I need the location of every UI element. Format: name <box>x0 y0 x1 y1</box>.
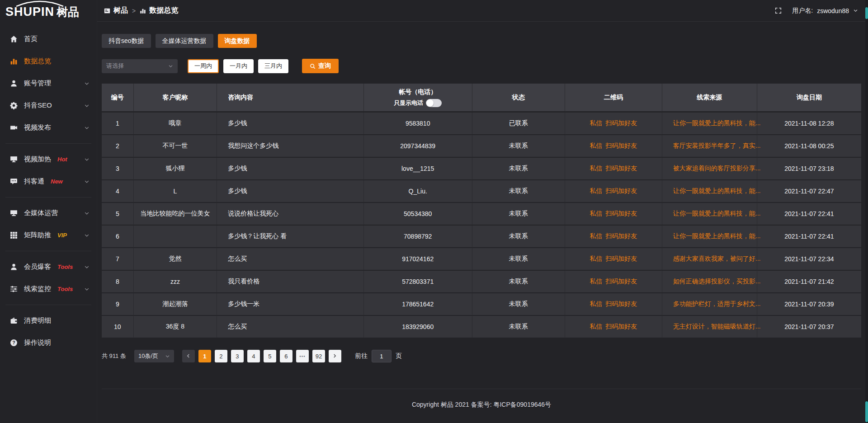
status-badge: 未联系 <box>472 180 565 203</box>
sidebar-item-operation-guide[interactable]: ?操作说明 <box>0 332 97 354</box>
inquiry-content: 多少钱 <box>217 180 363 203</box>
page-button-2[interactable]: 2 <box>215 350 227 362</box>
inquiry-date: 2021-11-08 00:25 <box>757 135 861 158</box>
page-button-3[interactable]: 3 <box>231 350 244 362</box>
table-row: 7觉然怎么买917024162未联系私信扫码加好友感谢大家喜欢我家，被问了好..… <box>102 248 861 271</box>
table-row: 2不可一世我想问这个多少钱2097344839未联系私信扫码加好友客厅安装投影半… <box>102 135 861 158</box>
private-message-link[interactable]: 私信 <box>590 232 602 240</box>
scrollbar[interactable] <box>865 0 868 423</box>
svg-text:?: ? <box>12 340 15 345</box>
private-message-link[interactable]: 私信 <box>590 187 602 194</box>
content: 抖音seo数据全媒体运营数据询盘数据 请选择 一周内一月内三月内 查询 <box>97 22 868 423</box>
scan-add-friend-link[interactable]: 扫码加好友 <box>605 142 637 149</box>
phone-only-toggle[interactable] <box>426 99 442 107</box>
private-message-link[interactable]: 私信 <box>590 255 602 262</box>
sidebar-item-consumption-detail[interactable]: 消费明细 <box>0 310 97 332</box>
sidebar-item-label: 视频加热 <box>24 155 51 164</box>
username[interactable]: zswodun88 <box>817 7 849 14</box>
clue-source-link[interactable]: 让你一眼就爱上的黑科技，能... <box>673 187 761 194</box>
clue-source-link[interactable]: 多功能护栏灯，适用于乡村文... <box>673 300 761 307</box>
user-menu-chevron-icon[interactable] <box>853 8 858 13</box>
fullscreen-icon[interactable] <box>775 7 782 14</box>
scan-add-friend-link[interactable]: 扫码加好友 <box>605 210 637 217</box>
sidebar-item-douyin-seo[interactable]: 抖音SEO <box>0 94 97 117</box>
goto-page-input[interactable] <box>372 350 392 362</box>
breadcrumb-root[interactable]: 树品 <box>113 6 128 15</box>
scan-add-friend-link[interactable]: 扫码加好友 <box>605 300 637 307</box>
sidebar-item-account-management[interactable]: 账号管理 <box>0 72 97 94</box>
sidebar-item-matrix-boost[interactable]: 矩阵助推VIP <box>0 224 97 246</box>
sidebar-item-home[interactable]: 首页 <box>0 28 97 50</box>
page-button-6[interactable]: 6 <box>280 350 292 362</box>
pagination: 共 911 条 10条/页 123456•••92 前往 页 <box>102 350 861 362</box>
scan-add-friend-link[interactable]: 扫码加好友 <box>605 187 637 194</box>
clue-source-link[interactable]: 让你一眼就爱上的黑科技，能... <box>673 119 761 127</box>
range-button-three-months[interactable]: 三月内 <box>258 59 288 73</box>
clue-source-link[interactable]: 如何正确选择投影仪，买投影... <box>673 277 761 285</box>
next-page-button[interactable] <box>329 350 341 362</box>
sidebar-item-video-heating[interactable]: 视频加热Hot <box>0 148 97 170</box>
customer-nickname: L <box>134 180 217 203</box>
sidebar-item-member-burst[interactable]: 会员爆客Tools <box>0 256 97 278</box>
copyright: Copyright 树品 2021 备案号: 粤ICP备09019646号 <box>412 401 551 408</box>
sidebar-item-data-overview[interactable]: 数据总览 <box>0 50 97 72</box>
tab-douyin-seo-data[interactable]: 抖音seo数据 <box>102 34 151 48</box>
private-message-link[interactable]: 私信 <box>590 210 602 217</box>
clue-source-link[interactable]: 客厅安装投影半年多了，真实... <box>673 142 761 149</box>
page-size-value: 10条/页 <box>138 352 158 360</box>
sidebar-item-video-publish[interactable]: 视频发布 <box>0 117 97 139</box>
clue-source-cell: 如何正确选择投影仪，买投影... <box>662 271 757 293</box>
clue-source-link[interactable]: 让你一眼就爱上的黑科技，能... <box>673 210 761 217</box>
sidebar-item-label: 抖音SEO <box>24 101 52 110</box>
page-button-more[interactable]: ••• <box>296 350 309 362</box>
query-button[interactable]: 查询 <box>302 59 339 73</box>
sidebar-item-label: 线索监控 <box>24 285 51 293</box>
scan-add-friend-link[interactable]: 扫码加好友 <box>605 255 637 262</box>
scan-add-friend-link[interactable]: 扫码加好友 <box>605 164 637 172</box>
scan-add-friend-link[interactable]: 扫码加好友 <box>605 119 637 127</box>
clue-source-link[interactable]: 让你一眼就爱上的黑科技，能... <box>673 232 761 240</box>
status-badge: 未联系 <box>472 203 565 226</box>
range-button-one-month[interactable]: 一月内 <box>223 59 254 73</box>
row-number: 3 <box>102 158 134 180</box>
sidebar-divider <box>5 305 91 305</box>
private-message-link[interactable]: 私信 <box>590 277 602 285</box>
sidebar-item-label: 消费明细 <box>24 316 51 325</box>
scrollbar-thumb[interactable] <box>865 401 868 422</box>
tab-media-operation-data[interactable]: 全媒体运营数据 <box>156 34 213 48</box>
sidebar-item-doukotong[interactable]: 抖客通New <box>0 170 97 193</box>
page-button-92[interactable]: 92 <box>312 350 325 362</box>
status-badge: 未联系 <box>472 316 565 338</box>
private-message-link[interactable]: 私信 <box>590 164 602 172</box>
header-number: 编号 <box>102 84 134 113</box>
page-button-4[interactable]: 4 <box>247 350 260 362</box>
status-badge: 未联系 <box>472 158 565 180</box>
filter-select[interactable]: 请选择 <box>102 59 178 73</box>
sidebar-item-clue-monitor[interactable]: 线索监控Tools <box>0 278 97 300</box>
scan-add-friend-link[interactable]: 扫码加好友 <box>605 277 637 285</box>
page-button-5[interactable]: 5 <box>264 350 276 362</box>
page-button-1[interactable]: 1 <box>198 350 211 362</box>
scan-add-friend-link[interactable]: 扫码加好友 <box>605 232 637 240</box>
range-button-one-week[interactable]: 一周内 <box>188 59 219 73</box>
scrollbar-thumb[interactable] <box>865 7 868 19</box>
sidebar-item-media-operation[interactable]: 全媒体运营 <box>0 202 97 224</box>
private-message-link[interactable]: 私信 <box>590 323 602 330</box>
clue-source-link[interactable]: 无主灯设计，智能磁吸轨道灯... <box>673 323 761 330</box>
chevron-down-icon <box>84 81 90 86</box>
clue-source-link[interactable]: 感谢大家喜欢我家，被问了好... <box>673 255 761 262</box>
chevron-down-icon <box>84 233 90 238</box>
toggle-knob <box>426 99 434 107</box>
private-message-link[interactable]: 私信 <box>590 300 602 307</box>
page-size-select[interactable]: 10条/页 <box>134 350 174 362</box>
tab-inquiry-data[interactable]: 询盘数据 <box>218 34 257 48</box>
qrcode-cell: 私信扫码加好友 <box>565 180 662 203</box>
prev-page-button[interactable] <box>182 350 195 362</box>
private-message-link[interactable]: 私信 <box>590 119 602 127</box>
row-number: 7 <box>102 248 134 271</box>
private-message-link[interactable]: 私信 <box>590 142 602 149</box>
clue-source-link[interactable]: 被大家追着问的客厅投影分享... <box>673 164 761 172</box>
scan-add-friend-link[interactable]: 扫码加好友 <box>605 323 637 330</box>
chevron-left-icon <box>186 353 191 360</box>
row-number: 9 <box>102 293 134 316</box>
